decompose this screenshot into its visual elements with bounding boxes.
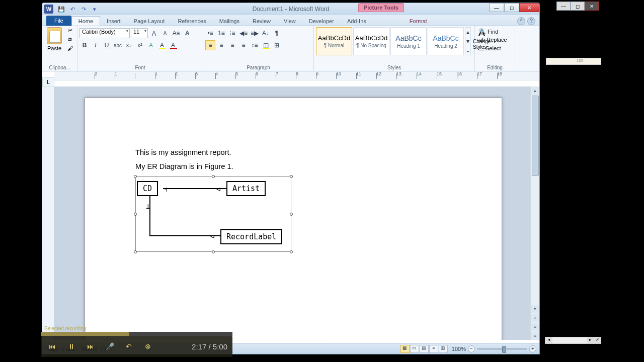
paragraph-2[interactable]: My ER Diagram is in Figure 1. [135, 162, 451, 170]
full-screen-view-button[interactable]: ▭ [410, 345, 419, 353]
selection-handle[interactable] [212, 175, 215, 178]
vertical-ruler[interactable] [42, 86, 54, 340]
paragraph-1[interactable]: This is my assignment report. [135, 148, 451, 156]
background-horizontal-scrollbar[interactable]: ◂ ▸ ⤢ [545, 337, 601, 344]
grow-font-button[interactable]: A [149, 28, 159, 38]
minimize-button[interactable]: — [489, 3, 504, 12]
video-progress-bar[interactable] [41, 332, 232, 336]
er-diagram-picture[interactable]: CD Artist RecordLabel ⫞ ⊲ ⊥ ⊲ [135, 176, 291, 252]
bg-scroll-expand[interactable]: ⤢ [594, 337, 601, 343]
maximize-button[interactable]: ◻ [504, 3, 519, 12]
numbering-button[interactable]: 1≡ [216, 28, 226, 38]
bullets-button[interactable]: •≡ [205, 28, 215, 38]
qat-customize-dropdown[interactable]: ▾ [90, 5, 100, 14]
save-button[interactable]: 💾 [56, 5, 66, 14]
zoom-slider[interactable] [477, 348, 527, 350]
scroll-thumb[interactable] [532, 96, 539, 176]
close-button[interactable]: ✕ [519, 3, 539, 12]
line-spacing-button[interactable]: ↕≡ [250, 40, 260, 50]
format-painter-button[interactable]: 🖌 [65, 45, 74, 53]
next-page-button[interactable]: ≡ [531, 332, 539, 340]
word-app-icon[interactable]: W [44, 5, 53, 14]
document-area[interactable]: This is my assignment report. My ER Diag… [54, 86, 530, 340]
zoom-level[interactable]: 100% [452, 346, 466, 352]
page[interactable]: This is my assignment report. My ER Diag… [85, 98, 502, 340]
change-case-button[interactable]: Aa [171, 28, 181, 38]
selection-handle[interactable] [290, 213, 293, 216]
tab-selector[interactable]: L [42, 77, 54, 86]
font-size-combo[interactable]: 11 [131, 28, 148, 38]
print-layout-view-button[interactable]: ▦ [400, 345, 410, 353]
selection-handle[interactable] [134, 250, 137, 253]
draft-view-button[interactable]: ▥ [439, 345, 448, 353]
browse-object-button[interactable]: ○ [531, 314, 539, 322]
mic-button[interactable]: 🎤 [104, 340, 116, 352]
tab-home[interactable]: Home [71, 16, 100, 26]
paste-button[interactable]: Paste [44, 27, 64, 51]
web-layout-view-button[interactable]: ▤ [420, 345, 429, 353]
tab-add-ins[interactable]: Add-Ins [341, 17, 373, 26]
font-color-button[interactable]: A [168, 40, 178, 50]
font-name-combo[interactable]: Calibri (Body) [79, 28, 130, 38]
tab-insert[interactable]: Insert [100, 17, 127, 26]
borders-button[interactable]: ⊞ [272, 40, 282, 50]
underline-button[interactable]: U [102, 40, 112, 50]
scroll-down-arrow[interactable]: ▾ [531, 305, 539, 313]
selection-handle[interactable] [290, 175, 293, 178]
redo-button[interactable]: ↷ [78, 5, 89, 14]
italic-button[interactable]: I [91, 40, 101, 50]
bg-close-button[interactable]: ✕ [585, 2, 599, 11]
show-marks-button[interactable]: ¶ [272, 28, 282, 38]
increase-indent-button[interactable]: ≡▶ [250, 28, 260, 38]
select-button[interactable]: ⬚Select [477, 44, 503, 52]
clear-formatting-button[interactable]: A̷ [182, 28, 192, 38]
horizontal-ruler[interactable]: 21 1 23 45 67 89 1011 1213 1415 1617 18 [54, 71, 539, 80]
selection-handle[interactable] [134, 213, 137, 216]
tab-view[interactable]: View [277, 17, 302, 26]
shading-button[interactable]: ◫ [261, 40, 271, 50]
style-gallery-down[interactable]: ▾ [465, 37, 470, 46]
tab-mailings[interactable]: Mailings [213, 17, 246, 26]
stop-button[interactable]: ⊗ [142, 340, 154, 352]
sort-button[interactable]: A↓ [261, 28, 271, 38]
undo-button[interactable]: ↶ [67, 5, 77, 14]
bg-scroll-right-arrow[interactable]: ▸ [587, 337, 594, 343]
align-center-button[interactable]: ≡ [216, 40, 226, 50]
next-button[interactable]: ⏭ [85, 340, 97, 352]
zoom-out-button[interactable]: − [468, 345, 475, 352]
vertical-scrollbar[interactable]: ▴ ▾ ○ ≡ ≡ [530, 86, 539, 340]
subscript-button[interactable]: x₂ [124, 40, 134, 50]
selection-handle[interactable] [290, 250, 293, 253]
tab-file[interactable]: File [46, 16, 71, 26]
copy-button[interactable]: ⧉ [65, 36, 74, 44]
strikethrough-button[interactable]: abc [113, 40, 123, 50]
justify-button[interactable]: ≡ [238, 40, 249, 50]
help-button[interactable]: ? [527, 17, 535, 25]
bg-maximize-button[interactable]: ◻ [571, 2, 585, 11]
decrease-indent-button[interactable]: ◀≡ [238, 28, 249, 38]
highlight-button[interactable]: A [157, 40, 167, 50]
tab-developer[interactable]: Developer [302, 17, 341, 26]
scroll-up-arrow[interactable]: ▴ [531, 86, 539, 95]
text-effects-button[interactable]: A [146, 40, 156, 50]
align-left-button[interactable]: ≡ [205, 40, 215, 50]
zoom-in-button[interactable]: + [529, 345, 536, 352]
rewind-button[interactable]: ↶ [123, 340, 135, 352]
style-gallery-up[interactable]: ▴ [465, 28, 470, 37]
prev-page-button[interactable]: ≡ [531, 323, 539, 331]
shrink-font-button[interactable]: A [160, 28, 170, 38]
bg-minimize-button[interactable]: — [556, 2, 571, 11]
selection-handle[interactable] [212, 250, 215, 253]
selection-handle[interactable] [134, 175, 137, 178]
bold-button[interactable]: B [79, 40, 90, 50]
multilevel-list-button[interactable]: ⁝≡ [227, 28, 237, 38]
pause-button[interactable]: ⏸ [65, 340, 77, 352]
tab-review[interactable]: Review [246, 17, 277, 26]
superscript-button[interactable]: x² [135, 40, 145, 50]
minimize-ribbon-button[interactable]: ^ [517, 17, 525, 25]
style-heading-1[interactable]: AaBbCc Heading 1 [390, 27, 427, 55]
style-normal[interactable]: AaBbCcDd ¶ Normal [316, 27, 352, 55]
outline-view-button[interactable]: ≡ [429, 345, 438, 353]
tab-format[interactable]: Format [403, 17, 434, 26]
find-button[interactable]: 🔍Find [477, 27, 500, 36]
